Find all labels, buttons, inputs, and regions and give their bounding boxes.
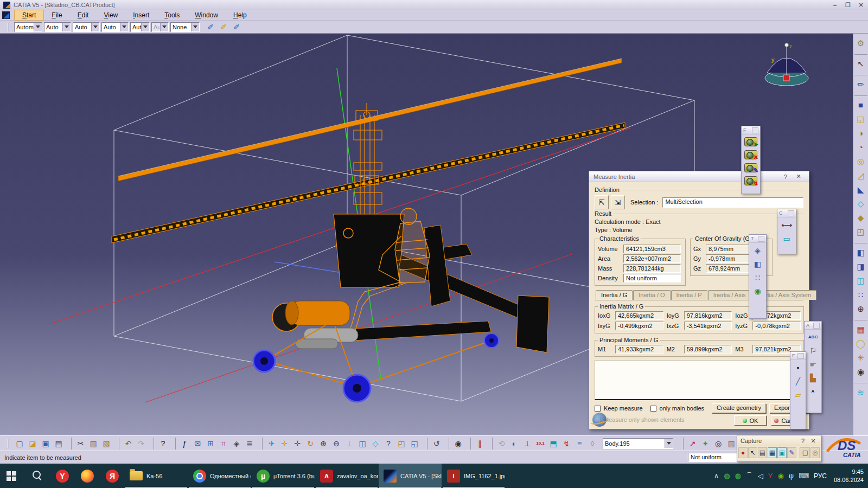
graphic-property-combo[interactable]: Autom <box>14 22 42 32</box>
matrix-value[interactable]: -0,078kgxm2 <box>752 322 801 330</box>
tools-toolbar[interactable]: T ◈ ◧ ∷ ◉ <box>749 234 767 319</box>
dialog-close-button[interactable]: ✕ <box>793 173 805 180</box>
camera-delete-icon[interactable]: ✕ <box>744 150 757 159</box>
manipulate-icon[interactable]: ↗ <box>683 438 698 450</box>
menu-item[interactable]: View <box>96 10 125 20</box>
graphic-property-combo[interactable]: Aut <box>151 22 169 32</box>
section-icon[interactable]: ⬒ <box>547 438 559 450</box>
search-button[interactable] <box>25 464 50 488</box>
yandex-browser-task[interactable]: Y <box>50 464 75 488</box>
texture-icon[interactable]: ✦ <box>699 438 711 450</box>
iso-view-icon[interactable]: ◇ <box>369 438 381 450</box>
inertia-tab[interactable]: Inertia / P <box>671 290 707 300</box>
matrix-value[interactable]: 97,816kgxm2 <box>684 311 732 320</box>
redo-icon[interactable]: ↷ <box>135 438 147 450</box>
view-compass[interactable]: y z <box>755 41 815 93</box>
section-box-icon[interactable]: ▦ <box>854 320 867 336</box>
capture-help-button[interactable]: ? <box>797 438 809 444</box>
firefox-task[interactable] <box>75 464 100 488</box>
pattern-icon[interactable]: ∷ <box>854 287 867 301</box>
point-icon[interactable]: ▪ <box>792 362 804 374</box>
taskbar-task-button[interactable]: Одноместный све... <box>188 464 251 488</box>
body-selector[interactable]: Body.195 <box>603 438 673 449</box>
selection-input[interactable]: MultiSelection <box>662 197 803 208</box>
hole-icon[interactable]: ◎ <box>854 154 867 168</box>
pocket-icon[interactable]: ◱ <box>854 112 867 126</box>
characteristic-value[interactable]: 2,562e+007mm2 <box>623 254 681 263</box>
snap-icon[interactable]: 10,1 <box>534 438 546 450</box>
xray-icon[interactable]: ◉ <box>752 285 764 297</box>
combo-dropdown-icon[interactable] <box>120 23 128 31</box>
chamfer-icon[interactable]: ◣ <box>854 182 867 196</box>
only-main-bodies-checkbox[interactable] <box>650 406 656 412</box>
draft-icon[interactable]: ◆ <box>854 210 867 224</box>
taskbar-task-button[interactable]: Ka-56 <box>125 464 188 488</box>
close-button[interactable]: ✕ <box>857 2 865 9</box>
create-geometry-button[interactable]: Create geometry <box>712 403 766 413</box>
axis-target-icon[interactable]: ⊕ <box>854 301 867 316</box>
print-icon[interactable]: ▤ <box>53 438 65 450</box>
paste-icon[interactable]: ▧ <box>100 438 112 450</box>
groove-icon[interactable]: ◑ <box>854 126 867 140</box>
cylinder-icon[interactable]: ◯ <box>854 336 867 350</box>
capture-cameras-toolbar[interactable]: F ➤ ✕ ✎ ↯ <box>741 126 761 194</box>
menu-item[interactable]: Edit <box>70 10 97 20</box>
spin-icon[interactable]: ↺ <box>427 438 442 450</box>
design-table-icon[interactable]: ⊞ <box>205 438 216 450</box>
whats-this-icon[interactable]: ? <box>154 438 169 450</box>
eraser-icon[interactable]: ◊ <box>586 438 598 450</box>
mirror-icon[interactable]: ◫ <box>854 273 867 287</box>
taskbar-task-button[interactable]: I IMG_1162_1.jpg - Ir... <box>442 464 505 488</box>
thickness-icon[interactable]: ◧ <box>854 243 867 259</box>
window-mode-icon[interactable]: ▢ <box>800 447 810 458</box>
pointer-icon[interactable]: ↖ <box>748 447 757 458</box>
cut-icon[interactable]: ✂ <box>71 438 86 450</box>
capture-dark-icon[interactable]: ▦ <box>768 447 777 458</box>
power-input-field[interactable]: Not uniform <box>688 453 738 462</box>
yandex-task[interactable]: Я <box>100 464 125 488</box>
combo-dropdown-icon[interactable] <box>191 23 199 31</box>
matrix-value[interactable]: -3,541kgxm2 <box>684 322 732 330</box>
undo-icon[interactable]: ↶ <box>119 438 134 450</box>
combo-dropdown-icon[interactable] <box>665 439 673 448</box>
inertia-tab[interactable]: Inertia / O <box>633 290 670 300</box>
utorrent-tray-icon[interactable]: ◍ <box>724 472 730 480</box>
geometry-toolbar[interactable]: F ▪ ╱ ▱ <box>790 351 806 429</box>
list-icon[interactable]: ≡ <box>573 438 585 450</box>
inertia-2d-mode-button[interactable]: ⇲ <box>611 195 625 209</box>
camera-flash-icon[interactable]: ↯ <box>744 176 757 185</box>
moment-value[interactable]: 41,933kgxm2 <box>615 345 663 354</box>
toolbar-grip[interactable] <box>8 23 9 31</box>
sketcher-icon[interactable]: ✏ <box>854 75 867 91</box>
combo-dropdown-icon[interactable] <box>34 23 42 31</box>
normal-view-icon[interactable]: ⊥ <box>343 438 355 450</box>
yandex-tray-icon[interactable]: Y <box>768 472 773 480</box>
gauge-icon[interactable]: ∥ <box>470 438 486 450</box>
menu-item[interactable]: File <box>44 10 69 20</box>
sew-surface-icon[interactable]: ◨ <box>854 259 867 273</box>
workbench-gear-icon[interactable]: ⚙ <box>854 36 867 50</box>
axis-system-icon[interactable]: ⟂ <box>521 438 533 450</box>
cube-icon[interactable]: ◇ <box>854 196 867 210</box>
record-icon[interactable]: ● <box>738 447 748 458</box>
characteristic-value[interactable]: 228,781244kg <box>623 264 681 273</box>
multi-view-icon[interactable]: ◫ <box>356 438 368 450</box>
new-document-icon[interactable]: ▢ <box>14 438 25 450</box>
apply-material-icon[interactable]: ◉ <box>854 364 867 378</box>
save-icon[interactable]: ▣ <box>40 438 52 450</box>
zoom-capture-icon[interactable]: ◎ <box>810 447 820 458</box>
chat-icon[interactable]: ✉ <box>192 438 203 450</box>
grid-icon[interactable]: ∷ <box>752 272 764 284</box>
mattress-icon[interactable]: ≋ <box>854 383 867 399</box>
matrix-value[interactable]: -0,499kgxm2 <box>615 322 663 330</box>
half-icon[interactable]: ▥ <box>725 438 737 450</box>
options-icon[interactable]: ▤ <box>758 447 767 458</box>
combo-dropdown-icon[interactable] <box>62 23 71 31</box>
dialog-title-bar[interactable]: Measure Inertia ? ✕ <box>589 171 809 182</box>
annotations-toolbar[interactable]: A ABC ⚐ ☛ ▙ A <box>804 321 822 413</box>
start-button[interactable] <box>0 464 25 488</box>
menu-item[interactable]: Window <box>187 10 226 20</box>
copy-icon[interactable]: ▥ <box>87 438 99 450</box>
menu-item[interactable]: Start <box>14 10 44 21</box>
copy-format-brush-icon[interactable]: ✐ <box>231 21 242 33</box>
